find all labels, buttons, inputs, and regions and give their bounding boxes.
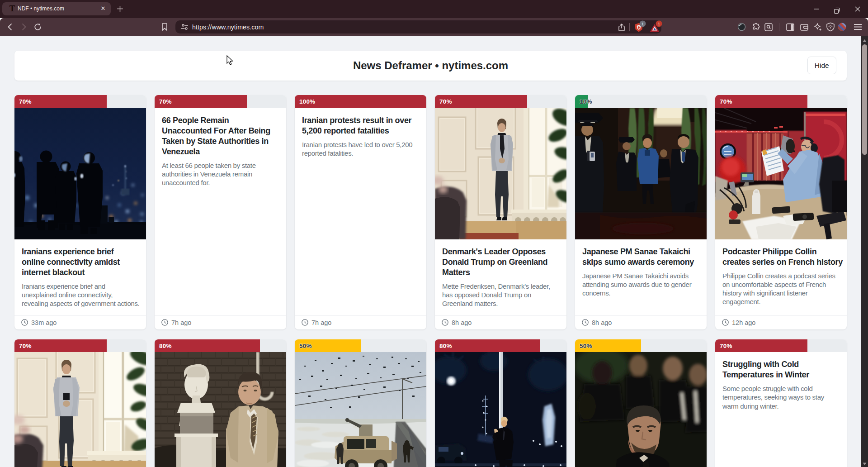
svg-text:1: 1 xyxy=(642,22,644,26)
svg-text:1: 1 xyxy=(658,22,660,26)
